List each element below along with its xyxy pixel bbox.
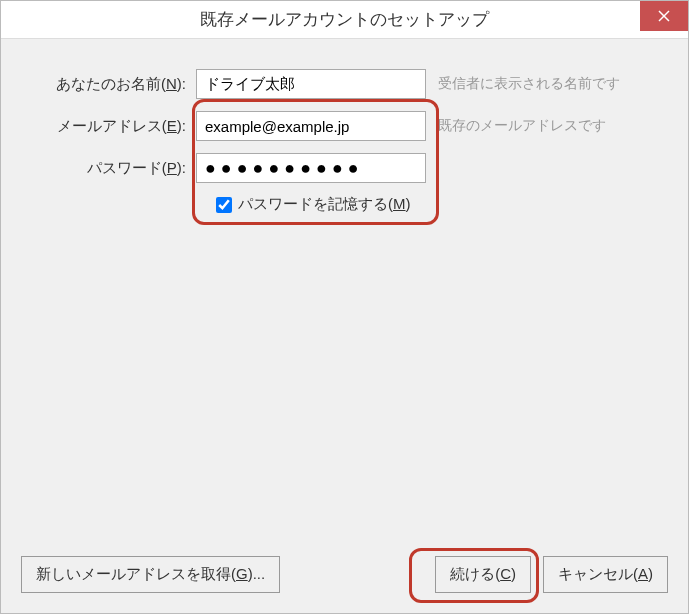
name-input[interactable] (196, 69, 426, 99)
password-input[interactable] (196, 153, 426, 183)
dialog-content: あなたのお名前(N): 受信者に表示される名前です メールアドレス(E): 既存… (1, 39, 688, 613)
cancel-button[interactable]: キャンセル(A) (543, 556, 668, 593)
remember-checkbox[interactable] (216, 197, 232, 213)
close-button[interactable] (640, 1, 688, 31)
name-row: あなたのお名前(N): 受信者に表示される名前です (21, 69, 668, 99)
dialog-title: 既存メールアカウントのセットアップ (200, 8, 489, 31)
dialog-window: 既存メールアカウントのセットアップ あなたのお名前(N): 受信者に表示される名… (0, 0, 689, 614)
new-address-button[interactable]: 新しいメールアドレスを取得(G)... (21, 556, 280, 593)
button-bar: 新しいメールアドレスを取得(G)... 続ける(C) キャンセル(A) (21, 556, 668, 593)
continue-button[interactable]: 続ける(C) (435, 556, 531, 593)
close-icon (658, 10, 670, 22)
password-label: パスワード(P): (21, 159, 196, 178)
remember-label[interactable]: パスワードを記憶する(M) (238, 195, 411, 214)
email-hint: 既存のメールアドレスです (438, 117, 606, 135)
email-label: メールアドレス(E): (21, 117, 196, 136)
titlebar: 既存メールアカウントのセットアップ (1, 1, 688, 39)
remember-row: パスワードを記憶する(M) (216, 195, 668, 214)
password-row: パスワード(P): (21, 153, 668, 183)
name-hint: 受信者に表示される名前です (438, 75, 620, 93)
email-row: メールアドレス(E): 既存のメールアドレスです (21, 111, 668, 141)
email-input[interactable] (196, 111, 426, 141)
name-label: あなたのお名前(N): (21, 75, 196, 94)
